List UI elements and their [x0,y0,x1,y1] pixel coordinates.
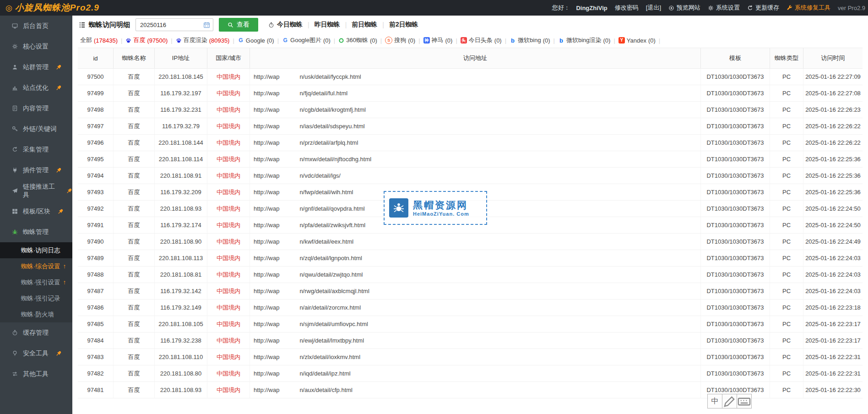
cell-id: 97499 [78,85,114,101]
url-prefix: http://wap [254,387,279,393]
sidebar-item-label: 后台首页 [23,22,49,30]
sidebar-item-core-settings[interactable]: 核心设置 [0,36,72,57]
filter-tab-baidu[interactable]: 百度(97500) [125,36,168,44]
ime-mode-button[interactable]: 中 [707,394,722,409]
change-password-link[interactable]: 修改密码 [615,4,639,12]
cell-visit-time: 2025-01-16 22:23:18 [803,300,863,316]
swirl-logo-icon: ◎ [5,3,13,13]
pushpin-icon [56,64,62,70]
cell-spider-name: 百度 [114,267,155,283]
cell-region: 中国境内 [207,135,250,151]
sidebar-item-links-keywords[interactable]: 外链/关键词 [0,119,72,139]
sidebar-item-spider-force-settings[interactable]: 蜘蛛·强引设置↑ [0,274,72,290]
cell-spider-name: 百度 [114,151,155,167]
refresh-icon [747,5,753,11]
filter-tab-baidu-render[interactable]: 百度渲染(80935) [176,36,230,44]
filter-tab-count: (0) [323,37,331,44]
filter-tab-yandex[interactable]: YYandex(0) [618,37,656,44]
update-cache-link[interactable]: 更新缓存 [747,4,779,12]
username: DingZhiVip [576,5,607,11]
sidebar-item-spider-firewall[interactable]: 蜘蛛·防火墙 [0,306,72,322]
sidebar-item-spider-manage[interactable]: 蜘蛛管理 [0,222,72,242]
sidebar-item-link-push[interactable]: 链接推送工具 [0,180,72,201]
filter-tab-label: 搜狗 [394,36,406,44]
cell-region: 中国境内 [207,300,250,316]
cell-template: DT1030/1030DT3673 [701,69,770,85]
chart-icon [12,85,18,91]
cell-spider-name: 百度 [114,168,155,184]
cell-template: DT1030/1030DT3673 [701,151,770,167]
quick-tab-2[interactable]: 昨日蜘蛛 [315,21,340,29]
filter-tab-google[interactable]: GGoogle(0) [238,37,274,44]
sidebar-item-plugins[interactable]: 插件管理 [0,160,72,180]
cell-region: 中国境内 [207,349,250,365]
url-suffix: n/fjq/detail/ful.html [299,90,347,97]
quick-tab-3[interactable]: 前日蜘蛛 [352,21,377,29]
separator: | [171,37,172,44]
ime-toolbar[interactable]: 中 [708,394,752,409]
cell-region: 中国境内 [207,267,250,283]
view-button[interactable]: 查看 [219,18,258,32]
magnifier-icon [228,22,233,28]
cell-spider-name: 百度 [114,69,155,85]
sidebar-item-label: 蜘蛛·综合设置 [21,262,60,271]
filter-tab-label: Google图片 [290,36,321,44]
cell-id: 97498 [78,102,114,118]
sidebar-item-label: 站点优化 [23,84,49,92]
gear-icon [708,5,714,11]
filter-tab-shenma[interactable]: 神神马(0) [423,36,453,44]
url-suffix: n/kwf/detail/eex.html [299,238,353,245]
cell-visit-url: http://wapn/kwf/detail/eex.html [250,234,701,250]
cell-visit-time: 2025-01-16 22:23:17 [803,332,863,349]
watermark-spider-icon [389,198,408,218]
sidebar-item-security[interactable]: 安全工具 [0,343,72,364]
ime-keyboard-icon[interactable] [737,394,752,409]
table-header-row: id蜘蛛名称IP地址国家/城市访问地址模板蜘蛛类型访问时间 [78,48,863,69]
url-prefix: http://wap [254,106,279,113]
cell-visit-url: http://wapn/zlx/detail/ioxkmv.html [250,349,701,365]
sidebar-item-content[interactable]: 内容管理 [0,98,72,119]
system-settings-link[interactable]: 系统设置 [708,4,740,12]
filter-tab-bing-render[interactable]: b微软bing渲染(0) [558,36,610,44]
sidebar-item-spider-force-records[interactable]: 蜘蛛·强引记录 [0,290,72,306]
cell-template: DT1030/1030DT3673 [701,365,770,381]
cell-ip: 220.181.108.113 [155,250,207,266]
sidebar-item-templates[interactable]: 模板/区块 [0,201,72,222]
logout-link[interactable]: [退出] [646,4,661,12]
cell-visit-url: http://wapn/zql/detail/lgnpotn.html [250,250,701,266]
cell-region: 中国境内 [207,168,250,184]
quick-tab-label: 今日蜘蛛 [277,21,303,29]
cell-region: 中国境内 [207,250,250,266]
sidebar-item-cache[interactable]: 缓存管理 [0,322,72,343]
app-title: 小旋风蜘蛛池Pro2.9 [15,2,99,14]
filter-tab-all[interactable]: 全部(178435) [80,36,118,44]
sidebar-item-collect[interactable]: 采集管理 [0,139,72,160]
filter-tab-bing[interactable]: b微软bing(0) [510,36,550,44]
filter-tab-360[interactable]: 360蜘蛛(0) [338,36,377,44]
cell-region: 中国境内 [207,382,250,398]
sidebar-item-home[interactable]: 后台首页 [0,16,72,36]
sidebar-item-spider-visit-log[interactable]: 蜘蛛·访问日志 [0,242,72,258]
preview-site-link[interactable]: 预览网站 [668,4,700,12]
table-row: 97489百度220.181.108.113中国境内http://wapn/zq… [78,250,863,267]
separator: | [613,37,615,44]
sidebar-item-site-optimize[interactable]: 站点优化 [0,77,72,98]
cell-spider-name: 百度 [114,316,155,332]
sidebar-item-spider-general-settings[interactable]: 蜘蛛·综合设置↑ [0,258,72,274]
cell-spider-type: PC [770,151,803,167]
filter-tab-sogou[interactable]: S搜狗(0) [385,36,415,44]
sidebar-item-site-group[interactable]: 站群管理 [0,57,72,77]
repair-tool-link[interactable]: 系统修复工具 [787,4,830,12]
filter-tab-toutiao[interactable]: 头今日头条(0) [461,36,502,44]
quick-tab-1[interactable]: 今日蜘蛛 [268,21,303,29]
table-row: 97494百度220.181.108.91中国境内http://wapn/vdc… [78,168,863,184]
cell-template: DT1030/1030DT3673 [701,234,770,250]
ime-pen-icon[interactable] [722,394,737,409]
sidebar-item-label: 站群管理 [23,63,49,71]
date-input[interactable] [137,21,203,29]
watermark-subtitle: HeiMaoZiYuan. Com [413,211,469,217]
sidebar-item-other-tools[interactable]: 其他工具 [0,364,72,384]
filter-tab-google-image[interactable]: GGoogle图片(0) [282,36,331,44]
quick-tab-4[interactable]: 前2日蜘蛛 [389,21,418,29]
table-row: 97483百度220.181.108.110中国境内http://wapn/zl… [78,349,863,365]
